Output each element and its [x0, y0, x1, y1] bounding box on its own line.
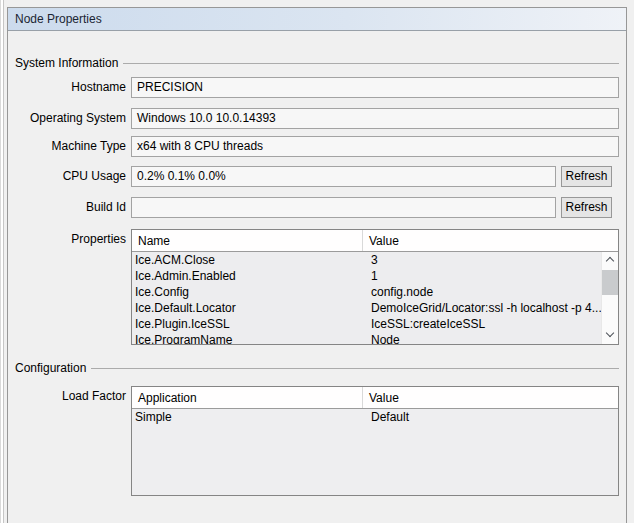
properties-column-header-value[interactable]: Value — [363, 230, 618, 251]
scrollbar-thumb[interactable] — [602, 270, 619, 295]
cpu-usage-field[interactable]: 0.2% 0.1% 0.0% — [131, 166, 556, 187]
section-label-configuration: Configuration — [15, 361, 91, 375]
form-row-machine-type: Machine Type x64 with 8 CPU threads — [15, 136, 619, 157]
properties-vertical-scrollbar[interactable] — [601, 252, 618, 344]
scroll-up-button[interactable] — [602, 252, 619, 269]
chevron-down-icon — [605, 329, 613, 337]
section-rule — [91, 368, 619, 369]
property-value-cell: 3 — [364, 252, 618, 268]
property-value-cell: IceSSL:createIceSSL — [364, 316, 618, 332]
panel-title: Node Properties — [8, 8, 626, 31]
properties-table-body: Ice.ACM.Close 3 Ice.Admin.Enabled 1 Ice.… — [132, 252, 618, 344]
panel-content: System Information Hostname PRECISION Op… — [8, 56, 626, 496]
operating-system-label: Operating System — [15, 108, 126, 129]
form-row-properties: Properties Name Value Ice.ACM.Close 3 Ic… — [15, 229, 619, 345]
machine-type-label: Machine Type — [15, 136, 126, 157]
section-configuration: Configuration — [15, 361, 619, 375]
split-pane-divider[interactable] — [0, 0, 4, 523]
properties-label: Properties — [15, 229, 126, 250]
properties-table: Name Value Ice.ACM.Close 3 Ice.Admin.Ena… — [131, 229, 619, 345]
property-name-cell: Ice.Default.Locator — [132, 300, 364, 316]
form-row-hostname: Hostname PRECISION — [15, 77, 619, 98]
load-factor-table-body: Simple Default — [132, 409, 618, 495]
machine-type-field[interactable]: x64 with 8 CPU threads — [131, 136, 619, 157]
form-row-load-factor: Load Factor Application Value Simple Def… — [15, 386, 619, 496]
cpu-usage-label: CPU Usage — [15, 166, 126, 187]
load-factor-column-header-value[interactable]: Value — [363, 387, 618, 408]
form-row-cpu-usage: CPU Usage 0.2% 0.1% 0.0% Refresh — [15, 166, 619, 187]
table-row[interactable]: Simple Default — [132, 409, 618, 426]
scroll-down-button[interactable] — [602, 327, 619, 344]
property-value-cell: 1 — [364, 268, 618, 284]
property-value-cell: DemoIceGrid/Locator:ssl -h localhost -p … — [364, 300, 618, 316]
table-row[interactable]: Ice.Config config.node — [132, 284, 618, 300]
load-factor-table: Application Value Simple Default — [131, 386, 619, 496]
build-id-refresh-button[interactable]: Refresh — [561, 197, 612, 218]
hostname-field[interactable]: PRECISION — [131, 77, 619, 98]
form-row-operating-system: Operating System Windows 10.0 10.0.14393 — [15, 108, 619, 129]
form-row-build-id: Build Id Refresh — [15, 197, 619, 218]
section-system-information: System Information — [15, 56, 619, 70]
property-value-cell: config.node — [364, 284, 618, 300]
properties-table-header: Name Value — [132, 230, 618, 252]
section-rule — [123, 63, 619, 64]
property-value-cell: Node — [364, 332, 618, 344]
property-name-cell: Ice.ProgramName — [132, 332, 364, 344]
build-id-field[interactable] — [131, 197, 556, 218]
properties-column-header-name[interactable]: Name — [132, 230, 363, 251]
load-factor-application-cell: Simple — [132, 409, 364, 426]
table-row[interactable]: Ice.ProgramName Node — [132, 332, 618, 344]
property-name-cell: Ice.Plugin.IceSSL — [132, 316, 364, 332]
table-row[interactable]: Ice.Default.Locator DemoIceGrid/Locator:… — [132, 300, 618, 316]
table-row[interactable]: Ice.Admin.Enabled 1 — [132, 268, 618, 284]
property-name-cell: Ice.ACM.Close — [132, 252, 364, 268]
build-id-label: Build Id — [15, 197, 126, 218]
property-name-cell: Ice.Admin.Enabled — [132, 268, 364, 284]
operating-system-field[interactable]: Windows 10.0 10.0.14393 — [131, 108, 619, 129]
section-label-system-information: System Information — [15, 56, 123, 70]
cpu-usage-refresh-button[interactable]: Refresh — [561, 166, 612, 187]
table-row[interactable]: Ice.ACM.Close 3 — [132, 252, 618, 268]
hostname-label: Hostname — [15, 77, 126, 98]
load-factor-value-cell: Default — [364, 409, 618, 426]
property-name-cell: Ice.Config — [132, 284, 364, 300]
table-row[interactable]: Ice.Plugin.IceSSL IceSSL:createIceSSL — [132, 316, 618, 332]
chevron-up-icon — [605, 257, 613, 265]
load-factor-table-header: Application Value — [132, 387, 618, 409]
load-factor-label: Load Factor — [15, 386, 126, 407]
node-properties-panel: Node Properties System Information Hostn… — [7, 7, 627, 523]
load-factor-column-header-application[interactable]: Application — [132, 387, 363, 408]
app-background: { "panel": { "title": "Node Properties" … — [0, 0, 634, 523]
